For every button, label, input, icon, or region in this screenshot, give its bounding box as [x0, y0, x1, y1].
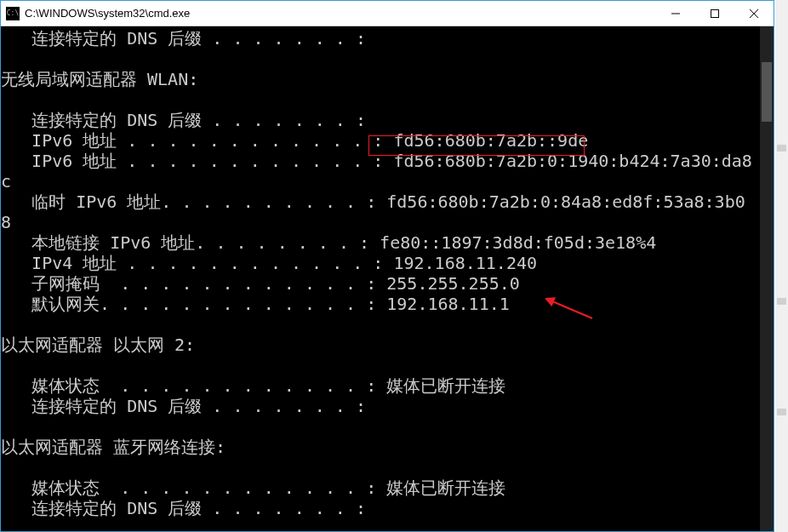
close-button[interactable] — [734, 1, 774, 26]
titlebar[interactable]: C:\ C:\WINDOWS\system32\cmd.exe — [1, 1, 774, 26]
maximize-icon — [711, 9, 719, 18]
console-line — [1, 314, 760, 335]
console-line: 连接特定的 DNS 后缀 . . . . . . . : — [1, 498, 760, 518]
console-line — [1, 457, 760, 478]
svg-rect-1 — [711, 9, 719, 17]
maximize-button[interactable] — [695, 1, 734, 26]
console-line: 默认网关. . . . . . . . . . . . . : 192.168.… — [1, 294, 760, 314]
console-area: 连接特定的 DNS 后缀 . . . . . . . : 无线局域网适配器 WL… — [1, 26, 774, 531]
console-line: 子网掩码 . . . . . . . . . . . . : 255.255.2… — [1, 273, 760, 294]
console-line: 以太网适配器 蓝牙网络连接: — [1, 437, 760, 457]
cmd-icon: C:\ — [6, 7, 20, 20]
console-line: 媒体状态 . . . . . . . . . . . . : 媒体已断开连接 — [1, 375, 760, 396]
minimize-icon — [671, 9, 680, 18]
console-line: 临时 IPv6 地址. . . . . . . . . . : fd56:680… — [1, 192, 760, 212]
right-margin-strip — [775, 0, 788, 532]
console-line — [1, 89, 760, 110]
console-line: 媒体状态 . . . . . . . . . . . . : 媒体已断开连接 — [1, 478, 760, 498]
console-line: 连接特定的 DNS 后缀 . . . . . . . : — [1, 396, 760, 416]
console-line: IPv6 地址 . . . . . . . . . . . . : fd56:6… — [1, 130, 760, 151]
console-output[interactable]: 连接特定的 DNS 后缀 . . . . . . . : 无线局域网适配器 WL… — [1, 26, 760, 531]
minimize-button[interactable] — [656, 1, 695, 26]
console-line: IPv4 地址 . . . . . . . . . . . . : 192.16… — [1, 253, 760, 273]
console-line: c — [1, 171, 760, 192]
cmd-window: C:\ C:\WINDOWS\system32\cmd.exe 连接特定的 DN… — [0, 0, 774, 532]
window-title: C:\WINDOWS\system32\cmd.exe — [25, 7, 656, 20]
console-line: 连接特定的 DNS 后缀 . . . . . . . : — [1, 28, 760, 49]
scrollbar-thumb[interactable] — [762, 62, 772, 122]
console-line: 以太网适配器 以太网 2: — [1, 335, 760, 355]
window-controls — [656, 1, 774, 26]
console-line: 8 — [1, 212, 760, 232]
console-line: IPv6 地址 . . . . . . . . . . . . : fd56:6… — [1, 151, 760, 171]
close-icon — [750, 9, 758, 18]
console-line — [1, 49, 760, 69]
console-line: 本地链接 IPv6 地址. . . . . . . . : fe80::1897… — [1, 232, 760, 253]
console-line — [1, 355, 760, 375]
vertical-scrollbar[interactable] — [760, 26, 774, 531]
console-line — [1, 416, 760, 437]
console-line: 无线局域网适配器 WLAN: — [1, 69, 760, 89]
console-line: 连接特定的 DNS 后缀 . . . . . . . : — [1, 110, 760, 130]
